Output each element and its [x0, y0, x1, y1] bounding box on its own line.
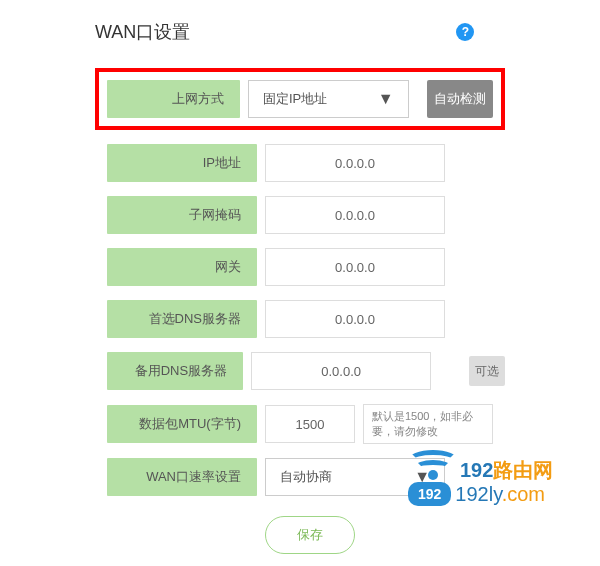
auto-detect-button[interactable]: 自动检测 — [427, 80, 493, 118]
gateway-input[interactable] — [265, 248, 445, 286]
mtu-input[interactable] — [265, 405, 355, 443]
connection-type-value: 固定IP地址 — [263, 90, 327, 108]
connection-type-label: 上网方式 — [107, 80, 240, 118]
subnet-mask-label: 子网掩码 — [107, 196, 257, 234]
primary-dns-input[interactable] — [265, 300, 445, 338]
page-header: WAN口设置 ? — [95, 20, 600, 44]
gateway-row: 网关 — [95, 248, 505, 286]
optional-badge: 可选 — [469, 356, 505, 386]
mtu-hint: 默认是1500，如非必要，请勿修改 — [363, 404, 493, 444]
ip-address-input[interactable] — [265, 144, 445, 182]
chevron-down-icon: ▼ — [414, 468, 430, 486]
subnet-mask-input[interactable] — [265, 196, 445, 234]
gateway-label: 网关 — [107, 248, 257, 286]
mtu-label: 数据包MTU(字节) — [107, 405, 257, 443]
save-button[interactable]: 保存 — [265, 516, 355, 554]
wan-speed-value: 自动协商 — [280, 468, 332, 486]
mtu-row: 数据包MTU(字节) 默认是1500，如非必要，请勿修改 — [95, 404, 505, 444]
help-icon[interactable]: ? — [456, 23, 474, 41]
connection-type-select[interactable]: 固定IP地址 ▼ — [248, 80, 409, 118]
secondary-dns-label: 备用DNS服务器 — [107, 352, 243, 390]
primary-dns-row: 首选DNS服务器 — [95, 300, 505, 338]
secondary-dns-row: 备用DNS服务器 可选 — [95, 352, 505, 390]
secondary-dns-input[interactable] — [251, 352, 431, 390]
ip-address-row: IP地址 — [95, 144, 505, 182]
ip-address-label: IP地址 — [107, 144, 257, 182]
primary-dns-label: 首选DNS服务器 — [107, 300, 257, 338]
page-title: WAN口设置 — [95, 20, 190, 44]
wan-speed-select[interactable]: 自动协商 ▼ — [265, 458, 445, 496]
connection-type-row: 上网方式 固定IP地址 ▼ 自动检测 — [95, 68, 505, 130]
wan-speed-row: WAN口速率设置 自动协商 ▼ — [95, 458, 505, 496]
chevron-down-icon: ▼ — [378, 90, 394, 108]
subnet-mask-row: 子网掩码 — [95, 196, 505, 234]
wan-speed-label: WAN口速率设置 — [107, 458, 257, 496]
